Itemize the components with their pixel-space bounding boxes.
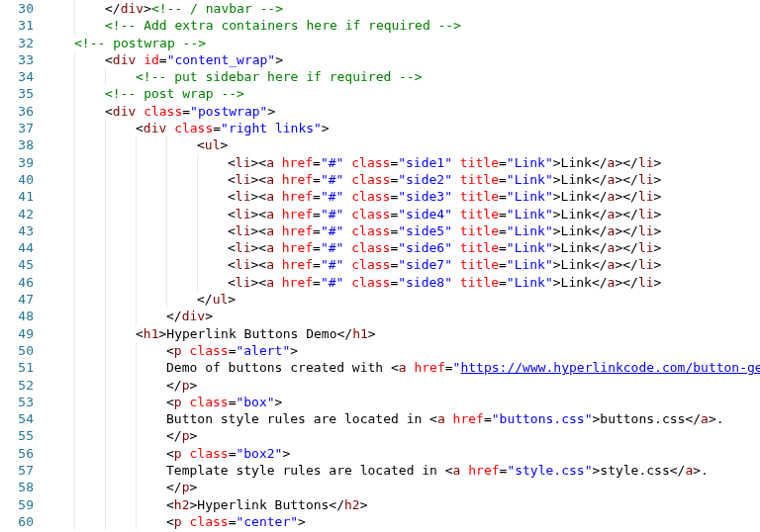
token-t: div: [143, 121, 166, 135]
token-p: =: [313, 172, 321, 187]
code-line[interactable]: <div id="content_wrap">: [44, 51, 760, 68]
token-s: "#": [321, 155, 343, 170]
token-s: "#": [321, 189, 343, 204]
code-line[interactable]: <div class="right links">: [44, 120, 760, 136]
token-t: li: [638, 207, 654, 222]
token-t: li: [236, 172, 251, 187]
code-text: Button style rules are located in <a hre…: [44, 411, 724, 426]
line-number: 42: [0, 206, 34, 222]
code-line[interactable]: Demo of buttons created with <a href="ht…: [44, 359, 760, 376]
code-line[interactable]: <li><a href="#" class="side5" title="Lin…: [44, 222, 760, 239]
line-number: 51: [0, 359, 34, 376]
token-a: class: [351, 240, 390, 255]
token-s: "box": [236, 395, 274, 409]
token-p: ><: [250, 155, 266, 170]
token-a: href: [282, 189, 313, 204]
line-number: 59: [0, 496, 34, 513]
token-p: Button style rules are located in <: [166, 411, 437, 426]
token-p: Demo of buttons created with <: [166, 360, 399, 375]
line-number-gutter: 3031323334353637383940414243444546474849…: [0, 0, 44, 532]
code-line[interactable]: </p>: [44, 479, 760, 495]
line-number: 57: [0, 462, 34, 479]
token-s: "alert": [236, 343, 290, 358]
token-p: [452, 172, 460, 187]
token-p: [274, 240, 282, 255]
code-line[interactable]: </ul>: [44, 291, 760, 308]
token-p: >: [368, 326, 376, 341]
code-line[interactable]: <h1>Hyperlink Buttons Demo</h1>: [44, 325, 760, 342]
code-text: </p>: [44, 378, 197, 393]
code-line[interactable]: <p class="center">: [44, 513, 760, 530]
code-line[interactable]: <ul>: [44, 136, 760, 153]
code-text: </p>: [44, 428, 197, 443]
token-a: title: [460, 223, 499, 238]
token-p: >Link</: [553, 257, 608, 272]
token-t: li: [236, 257, 251, 272]
code-line[interactable]: <!-- post wrap -->: [44, 85, 760, 102]
token-t: li: [638, 172, 654, 187]
code-line[interactable]: <div class="postwrap">: [44, 103, 760, 120]
token-a: class: [189, 343, 228, 358]
code-line[interactable]: <li><a href="#" class="side8" title="Lin…: [44, 274, 760, 291]
token-t: div: [121, 1, 143, 16]
token-t: ul: [213, 292, 229, 307]
token-t: li: [638, 155, 654, 170]
token-a: title: [460, 189, 499, 204]
token-p: >Hyperlink Buttons</: [189, 497, 344, 512]
code-editor-area[interactable]: </div><!-- / navbar --><!-- Add extra co…: [44, 0, 760, 532]
code-line[interactable]: <h2>Hyperlink Buttons</h2>: [44, 496, 760, 513]
token-p: [452, 223, 460, 238]
code-text: </div><!-- / navbar -->: [44, 1, 283, 16]
token-t: p: [174, 514, 182, 529]
code-line[interactable]: <li><a href="#" class="side1" title="Lin…: [44, 154, 760, 171]
token-s: "Link": [507, 223, 553, 238]
token-a: class: [189, 395, 228, 409]
code-line[interactable]: </div>: [44, 308, 760, 324]
token-p: >Hyperlink Buttons Demo</: [158, 326, 352, 341]
code-line[interactable]: <li><a href="#" class="side7" title="Lin…: [44, 256, 760, 273]
code-line[interactable]: Button style rules are located in <a hre…: [44, 410, 760, 427]
token-a: title: [460, 172, 499, 187]
token-p: =: [182, 104, 190, 119]
code-line[interactable]: </p>: [44, 427, 760, 444]
token-a: href: [282, 172, 313, 187]
code-line[interactable]: <li><a href="#" class="side6" title="Lin…: [44, 239, 760, 256]
token-s: "postwrap": [190, 104, 267, 119]
line-number: 34: [0, 68, 34, 85]
token-p: ><: [250, 172, 266, 187]
token-p: [274, 275, 282, 290]
token-p: ><: [250, 240, 266, 255]
code-line[interactable]: Template style rules are located in <a h…: [44, 462, 760, 479]
code-line[interactable]: <p class="box">: [44, 394, 760, 410]
token-p: >: [282, 446, 290, 461]
token-s: "side1": [398, 155, 452, 170]
token-c: <!-- Add extra containers here if requir…: [105, 18, 461, 33]
token-t: h1: [143, 326, 159, 341]
code-line[interactable]: <li><a href="#" class="side3" title="Lin…: [44, 188, 760, 205]
line-number: 45: [0, 256, 34, 273]
token-a: class: [351, 172, 390, 187]
token-s: "Link": [507, 155, 553, 170]
code-line[interactable]: </div><!-- / navbar -->: [44, 0, 760, 17]
token-s: "#": [321, 223, 343, 238]
code-line[interactable]: <!-- Add extra containers here if requir…: [44, 17, 760, 34]
code-line[interactable]: <!-- postwrap -->: [44, 35, 760, 51]
token-p: [452, 275, 460, 290]
code-line[interactable]: </p>: [44, 377, 760, 394]
code-line[interactable]: <!-- put sidebar here if required -->: [44, 68, 760, 85]
token-t: h1: [352, 326, 368, 341]
token-s: "content_wrap": [167, 52, 276, 67]
token-p: =: [499, 240, 507, 255]
code-line[interactable]: <p class="box2">: [44, 445, 760, 462]
line-number: 30: [0, 0, 34, 17]
code-line[interactable]: <p class="alert">: [44, 342, 760, 359]
token-t: a: [266, 172, 274, 187]
token-p: [445, 411, 453, 426]
code-line[interactable]: <li><a href="#" class="side4" title="Lin…: [44, 206, 760, 222]
token-t: h2: [174, 497, 190, 512]
code-line[interactable]: <li><a href="#" class="side2" title="Lin…: [44, 171, 760, 188]
token-p: <: [105, 104, 113, 119]
token-t: ul: [205, 137, 221, 152]
token-t: a: [701, 411, 709, 426]
token-p: >: [322, 121, 330, 135]
